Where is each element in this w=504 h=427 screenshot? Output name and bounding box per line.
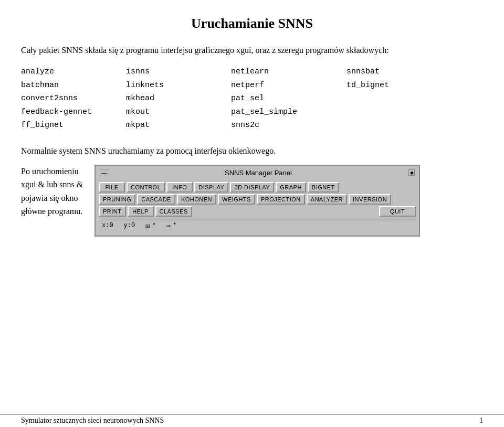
col1: analyze batchman convert2snns feedback-g… bbox=[21, 65, 126, 132]
y-value: y:0 bbox=[124, 222, 135, 229]
quit-button[interactable]: QUIT bbox=[379, 206, 416, 217]
prog-pat-sel-simple: pat_sel_simple bbox=[231, 105, 346, 119]
status-x: x:0 bbox=[102, 222, 113, 229]
button-row-3: PRINT HELP CLASSES QUIT bbox=[99, 206, 416, 217]
left-description: Po uruchomieniu xgui & lub snns & pojawi… bbox=[21, 165, 84, 218]
panel-title: SNNS Manager Panel bbox=[108, 169, 408, 177]
prog-mkpat: mkpat bbox=[126, 119, 231, 132]
star2: * bbox=[173, 222, 176, 229]
prog-analyze: analyze bbox=[21, 65, 126, 79]
print-button[interactable]: PRINT bbox=[99, 206, 126, 217]
button-row-2: PRUNING CASCADE KOHONEN WEIGHTS PROJECTI… bbox=[99, 194, 416, 205]
status-y: y:0 bbox=[124, 222, 135, 229]
footer-right: 1 bbox=[479, 417, 483, 425]
weights-button[interactable]: WEIGHTS bbox=[218, 194, 255, 205]
3d-display-button[interactable]: 3D DISPLAY bbox=[230, 182, 274, 193]
prog-linknets: linknets bbox=[126, 79, 231, 92]
envelope-icon: ✉ bbox=[145, 221, 150, 230]
prog-netlearn: netlearn bbox=[231, 65, 346, 79]
prog-empty2 bbox=[346, 105, 441, 119]
prog-pat-sel: pat_sel bbox=[231, 92, 346, 105]
prog-batchman: batchman bbox=[21, 79, 126, 92]
kohonen-button[interactable]: KOHONEN bbox=[177, 194, 216, 205]
col4: snnsbat td_bignet bbox=[346, 65, 441, 132]
col2: isnns linknets mkhead mkout mkpat bbox=[126, 65, 231, 132]
panel-content: FILE CONTROL INFO DISPLAY 3D DISPLAY GRA… bbox=[98, 181, 417, 233]
normal-text: Normalnie system SNNS uruchamiamy za pom… bbox=[21, 145, 483, 157]
prog-isnns: isnns bbox=[126, 65, 231, 79]
panel-maximize-button[interactable]: ◆ bbox=[408, 169, 415, 176]
prog-td-bignet: td_bignet bbox=[346, 79, 441, 92]
panel-titlebar: — SNNS Manager Panel ◆ bbox=[98, 168, 417, 179]
file-button[interactable]: FILE bbox=[99, 182, 125, 193]
footer: Symulator sztucznych sieci neuronowych S… bbox=[0, 414, 504, 427]
status-icon1-group: ✉ * bbox=[145, 221, 156, 230]
arrow-icon: ⇒ bbox=[166, 221, 171, 230]
analyzer-button[interactable]: ANALYZER bbox=[307, 194, 347, 205]
prog-mkout: mkout bbox=[126, 105, 231, 119]
pruning-button[interactable]: PRUNING bbox=[99, 194, 135, 205]
prog-snnsbat: snnsbat bbox=[346, 65, 441, 79]
page-title: Uruchamianie SNNS bbox=[21, 16, 483, 31]
prog-feedback-gennet: feedback-gennet bbox=[21, 105, 126, 119]
col3: netlearn netperf pat_sel pat_sel_simple … bbox=[231, 65, 346, 132]
classes-button[interactable]: CLASSES bbox=[155, 206, 192, 217]
footer-left: Symulator sztucznych sieci neuronowych S… bbox=[21, 417, 164, 425]
x-value: x:0 bbox=[102, 222, 113, 229]
prog-snns2c: snns2c bbox=[231, 119, 346, 132]
info-button[interactable]: INFO bbox=[166, 182, 193, 193]
star1: * bbox=[152, 222, 156, 229]
control-button[interactable]: CONTROL bbox=[127, 182, 165, 193]
display-button[interactable]: DISPLAY bbox=[194, 182, 228, 193]
prog-netperf: netperf bbox=[231, 79, 346, 92]
prog-ff-bignet: ff_bignet bbox=[21, 119, 126, 132]
status-icon2-group: ⇒ * bbox=[166, 221, 177, 230]
button-row-1: FILE CONTROL INFO DISPLAY 3D DISPLAY GRA… bbox=[99, 182, 416, 193]
cascade-button[interactable]: CASCADE bbox=[137, 194, 175, 205]
help-button[interactable]: HELP bbox=[128, 206, 154, 217]
prog-convert2snns: convert2snns bbox=[21, 92, 126, 105]
inversion-button[interactable]: INVERSION bbox=[349, 194, 391, 205]
status-bar: x:0 y:0 ✉ * ⇒ * bbox=[99, 219, 416, 232]
panel-minimize-button[interactable]: — bbox=[100, 169, 108, 176]
prog-mkhead: mkhead bbox=[126, 92, 231, 105]
main-section: Po uruchomieniu xgui & lub snns & pojawi… bbox=[21, 165, 483, 237]
bignet-button[interactable]: BIGNET bbox=[308, 182, 339, 193]
graph-button[interactable]: GRAPH bbox=[276, 182, 306, 193]
prog-empty3 bbox=[346, 119, 441, 132]
prog-empty1 bbox=[346, 92, 441, 105]
program-list: analyze batchman convert2snns feedback-g… bbox=[21, 65, 483, 132]
page: Uruchamianie SNNS Cały pakiet SNNS skład… bbox=[0, 0, 504, 279]
snns-manager-panel: — SNNS Manager Panel ◆ FILE CONTROL INFO… bbox=[94, 165, 420, 237]
projection-button[interactable]: PROJECTION bbox=[257, 194, 305, 205]
intro-text: Cały pakiet SNNS składa się z programu i… bbox=[21, 44, 483, 57]
